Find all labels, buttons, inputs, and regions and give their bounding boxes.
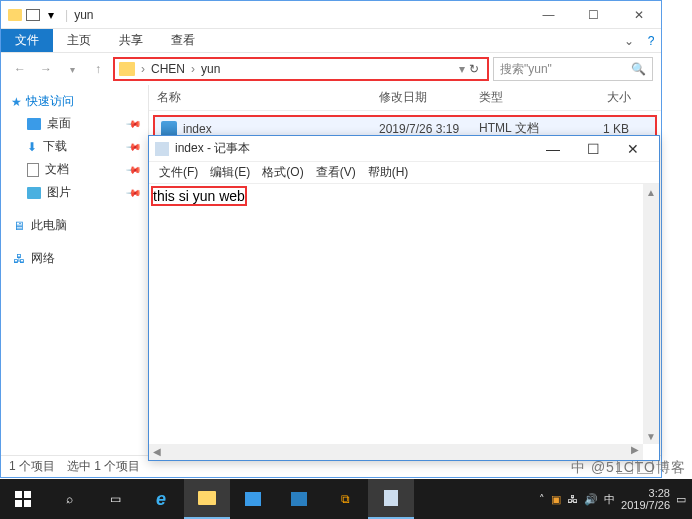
menu-view[interactable]: 查看(V) — [312, 164, 360, 181]
breadcrumb-item[interactable]: CHEN — [147, 62, 189, 76]
back-button[interactable]: ← — [9, 58, 31, 80]
taskbar-clock[interactable]: 3:28 2019/7/26 — [621, 487, 670, 511]
menu-help[interactable]: 帮助(H) — [364, 164, 413, 181]
start-button[interactable] — [0, 479, 46, 519]
search-input[interactable]: 搜索"yun" 🔍 — [493, 57, 653, 81]
scroll-right-icon[interactable]: ▶ — [627, 444, 643, 455]
maximize-button[interactable]: ☐ — [573, 136, 613, 162]
taskview-button[interactable]: ▭ — [92, 479, 138, 519]
pin-icon: 📌 — [126, 115, 142, 131]
notepad-window: index - 记事本 — ☐ ✕ 文件(F) 编辑(E) 格式(O) 查看(V… — [148, 135, 660, 461]
col-type[interactable]: 类型 — [479, 89, 579, 106]
tab-file[interactable]: 文件 — [1, 29, 53, 52]
ribbon-expand-icon[interactable]: ⌄ — [617, 34, 641, 48]
taskbar-app2[interactable]: ⧉ — [322, 479, 368, 519]
sidebar-quick-access[interactable]: ★ 快速访问 — [5, 91, 144, 112]
minimize-button[interactable]: — — [526, 1, 571, 29]
forward-button[interactable]: → — [35, 58, 57, 80]
col-date[interactable]: 修改日期 — [379, 89, 479, 106]
scrollbar-vertical[interactable]: ▲▼ — [643, 184, 659, 444]
col-size[interactable]: 大小 — [579, 89, 639, 106]
star-icon: ★ — [11, 95, 22, 109]
desktop-icon — [27, 118, 41, 130]
search-placeholder: 搜索"yun" — [500, 61, 552, 78]
taskbar-store[interactable] — [230, 479, 276, 519]
tab-share[interactable]: 共享 — [105, 29, 157, 52]
clock-date: 2019/7/26 — [621, 499, 670, 511]
menu-format[interactable]: 格式(O) — [258, 164, 307, 181]
file-date: 2019/7/26 3:19 — [379, 122, 479, 136]
breadcrumb-item[interactable]: yun — [197, 62, 224, 76]
notepad-title: index - 记事本 — [175, 140, 533, 157]
qat-dropdown-icon[interactable]: ▾ — [43, 7, 59, 23]
scroll-up-icon[interactable]: ▲ — [643, 184, 659, 200]
sidebar-item-desktop[interactable]: 桌面📌 — [5, 112, 144, 135]
col-name[interactable]: 名称 — [149, 89, 379, 106]
tray-network-icon[interactable]: 🖧 — [567, 493, 578, 505]
sidebar-this-pc[interactable]: 🖥此电脑 — [5, 214, 144, 237]
svg-rect-3 — [24, 500, 31, 507]
chevron-right-icon: › — [189, 62, 197, 76]
close-button[interactable]: ✕ — [613, 136, 653, 162]
notepad-textarea[interactable]: this si yun web ▲▼ ◀▶ — [149, 184, 659, 460]
history-dropdown[interactable]: ▾ — [61, 58, 83, 80]
taskbar: ⌕ ▭ e ⧉ ˄ ▣ 🖧 🔊 中 3:28 2019/7/26 ▭ — [0, 479, 692, 519]
up-button[interactable]: ↑ — [87, 58, 109, 80]
app-icon: ⧉ — [341, 492, 350, 506]
maximize-button[interactable]: ☐ — [571, 1, 616, 29]
status-count: 1 个项目 — [9, 458, 55, 475]
close-button[interactable]: ✕ — [616, 1, 661, 29]
taskview-icon: ▭ — [110, 492, 121, 506]
menu-edit[interactable]: 编辑(E) — [206, 164, 254, 181]
clock-time: 3:28 — [621, 487, 670, 499]
tray-icon[interactable]: ▣ — [551, 493, 561, 506]
taskbar-ie[interactable]: e — [138, 479, 184, 519]
folder-icon — [119, 62, 135, 76]
scroll-left-icon[interactable]: ◀ — [149, 446, 165, 457]
notepad-icon — [384, 490, 398, 506]
chevron-right-icon: › — [139, 62, 147, 76]
sidebar-item-pictures[interactable]: 图片📌 — [5, 181, 144, 204]
folder-icon — [7, 7, 23, 23]
tray-volume-icon[interactable]: 🔊 — [584, 493, 598, 506]
scroll-down-icon[interactable]: ▼ — [643, 428, 659, 444]
notifications-icon[interactable]: ▭ — [676, 493, 686, 506]
pin-icon: 📌 — [126, 184, 142, 200]
qat-icon[interactable] — [25, 7, 41, 23]
help-icon[interactable]: ? — [641, 34, 661, 48]
minimize-button[interactable]: — — [533, 136, 573, 162]
sidebar-item-downloads[interactable]: ⬇下载📌 — [5, 135, 144, 158]
notepad-titlebar: index - 记事本 — ☐ ✕ — [149, 136, 659, 162]
ime-indicator[interactable]: 中 — [604, 492, 615, 507]
pin-icon: 📌 — [126, 161, 142, 177]
notepad-content: this si yun web — [151, 186, 247, 206]
pictures-icon — [27, 187, 41, 199]
sidebar-network[interactable]: 🖧网络 — [5, 247, 144, 270]
taskbar-app[interactable] — [276, 479, 322, 519]
refresh-icon[interactable]: ↻ — [465, 62, 483, 76]
downloads-icon: ⬇ — [27, 140, 37, 154]
search-button[interactable]: ⌕ — [46, 479, 92, 519]
search-icon: 🔍 — [631, 62, 646, 76]
scrollbar-horizontal[interactable]: ◀▶ — [149, 444, 643, 460]
folder-icon — [198, 491, 216, 505]
taskbar-notepad[interactable] — [368, 479, 414, 519]
tray-expand-icon[interactable]: ˄ — [539, 493, 545, 506]
pc-icon: 🖥 — [13, 219, 25, 233]
address-bar[interactable]: › CHEN › yun ▾ ↻ — [113, 57, 489, 81]
nav-pane: ★ 快速访问 桌面📌 ⬇下载📌 文档📌 图片📌 🖥此电脑 🖧网络 — [1, 85, 149, 455]
taskbar-explorer[interactable] — [184, 479, 230, 519]
network-icon: 🖧 — [13, 252, 25, 266]
notepad-icon — [155, 142, 169, 156]
sidebar-item-documents[interactable]: 文档📌 — [5, 158, 144, 181]
file-name: index — [183, 122, 212, 136]
menu-file[interactable]: 文件(F) — [155, 164, 202, 181]
tab-view[interactable]: 查看 — [157, 29, 209, 52]
app-icon — [291, 492, 307, 506]
tab-home[interactable]: 主页 — [53, 29, 105, 52]
search-icon: ⌕ — [66, 492, 73, 506]
ribbon-tabs: 文件 主页 共享 查看 ⌄ ? — [1, 29, 661, 53]
svg-rect-1 — [24, 491, 31, 498]
file-size: 1 KB — [579, 122, 635, 136]
titlebar: ▾ | yun — ☐ ✕ — [1, 1, 661, 29]
